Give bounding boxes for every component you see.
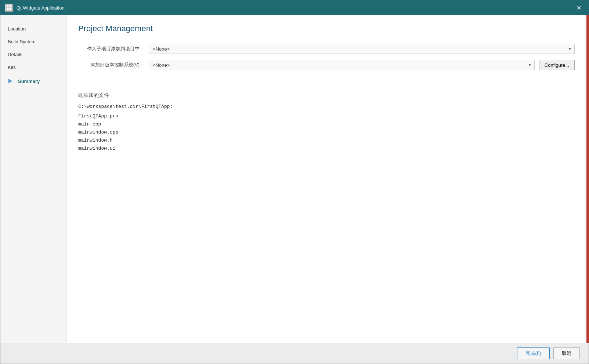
window-body: Location Build System Details Kits xyxy=(0,15,589,343)
add-to-vcs-label: 添加到版本控制系统(V)： xyxy=(78,62,144,68)
accent-bar xyxy=(586,15,589,343)
app-icon xyxy=(5,4,13,12)
footer: 完成(F) 取消 xyxy=(0,343,589,364)
finish-button[interactable]: 完成(F) xyxy=(517,347,550,359)
sidebar-item-build-system[interactable]: Build System xyxy=(0,35,66,48)
sidebar: Location Build System Details Kits xyxy=(0,15,66,343)
svg-rect-5 xyxy=(8,80,11,82)
cancel-button[interactable]: 取消 xyxy=(553,347,580,359)
add-to-vcs-row: 添加到版本控制系统(V)： <None> ▼ Configure... xyxy=(78,60,575,70)
title-bar-left: Qt Widgets Application xyxy=(5,4,65,12)
sidebar-item-label: Kits xyxy=(8,65,16,70)
add-to-project-select[interactable]: <None> xyxy=(149,44,575,54)
main-content: Project Management 作为子项目添加到项目中： <None> ▼… xyxy=(66,15,586,343)
file-item: main.cpp xyxy=(78,120,575,128)
title-bar: Qt Widgets Application ✕ xyxy=(0,0,589,15)
file-item: mainwindow.ui xyxy=(78,145,575,153)
page-title: Project Management xyxy=(78,24,575,33)
sidebar-item-label: Build System xyxy=(8,39,36,44)
sidebar-item-kits[interactable]: Kits xyxy=(0,61,66,74)
file-item: mainwindow.h xyxy=(78,136,575,145)
svg-rect-2 xyxy=(7,8,8,10)
svg-rect-3 xyxy=(9,8,11,10)
sidebar-item-label: Summary xyxy=(18,79,40,84)
add-to-vcs-select[interactable]: <None> xyxy=(149,60,535,70)
add-to-project-select-wrap: <None> ▼ xyxy=(149,44,575,54)
file-item: FirstQTApp.pro xyxy=(78,112,575,120)
main-window: Qt Widgets Application ✕ Location Build … xyxy=(0,0,589,364)
sidebar-item-location[interactable]: Location xyxy=(0,22,66,35)
sidebar-item-details[interactable]: Details xyxy=(0,48,66,61)
summary-files: FirstQTApp.pro main.cpp mainwindow.cpp m… xyxy=(78,112,575,153)
svg-rect-0 xyxy=(7,6,8,7)
sidebar-item-summary[interactable]: Summary xyxy=(0,74,66,88)
svg-rect-1 xyxy=(9,6,11,7)
summary-path: C:\workspace\test.dir\FirstQTApp: xyxy=(78,104,575,109)
sidebar-item-label: Location xyxy=(8,26,26,32)
add-to-vcs-select-wrap: <None> ▼ xyxy=(149,60,535,70)
summary-section: 既添加的文件 C:\workspace\test.dir\FirstQTApp:… xyxy=(78,92,575,153)
summary-heading: 既添加的文件 xyxy=(78,92,575,99)
close-button[interactable]: ✕ xyxy=(574,3,584,13)
active-arrow-icon xyxy=(8,77,15,85)
window-title: Qt Widgets Application xyxy=(17,5,65,11)
configure-button[interactable]: Configure... xyxy=(539,60,575,70)
add-to-project-label: 作为子项目添加到项目中： xyxy=(78,46,144,52)
file-item: mainwindow.cpp xyxy=(78,128,575,136)
add-to-project-row: 作为子项目添加到项目中： <None> ▼ xyxy=(78,44,575,54)
sidebar-item-label: Details xyxy=(8,52,22,57)
